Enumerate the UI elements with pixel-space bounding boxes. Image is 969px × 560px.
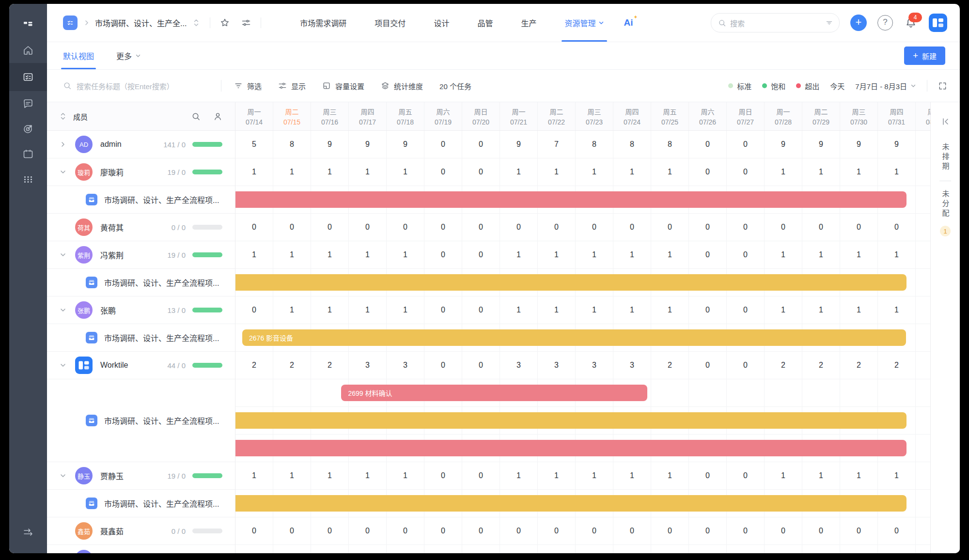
gantt-bar-2699 材料确认[interactable]: 2699 材料确认 [341, 385, 647, 401]
capacity-cell[interactable]: 1 [802, 158, 840, 186]
capacity-cell[interactable] [840, 379, 878, 406]
capacity-cell[interactable]: 0 [462, 158, 500, 186]
capacity-cell[interactable]: 1 [349, 462, 387, 489]
date-range-picker[interactable]: 7月7日 - 8月3日 [855, 81, 916, 91]
capacity-cell[interactable]: 5 [235, 131, 273, 158]
capacity-cell[interactable]: 0 [500, 517, 538, 544]
capacity-cell[interactable]: 1 [500, 241, 538, 268]
member-row-张鹏[interactable]: 张鹏张鹏13 / 0 [47, 296, 235, 324]
capacity-cell[interactable]: 1 [538, 462, 576, 489]
sidebar-item-apps[interactable] [9, 167, 47, 192]
capacity-cell[interactable]: 1 [273, 158, 311, 186]
star-favorite-icon[interactable] [220, 18, 230, 28]
more-views-button[interactable]: 更多 [116, 50, 141, 62]
capacity-cell[interactable]: 1 [576, 462, 613, 489]
capacity-cell[interactable]: 0 [651, 214, 689, 241]
gantt-bar[interactable] [235, 412, 906, 429]
chevron-down-icon[interactable] [60, 362, 68, 369]
capacity-cell[interactable]: 1 [235, 462, 273, 489]
capacity-cell[interactable]: 0 [576, 517, 613, 544]
capacity-cell[interactable]: 1 [349, 158, 387, 186]
capacity-cell[interactable]: 1 [387, 158, 424, 186]
capacity-cell[interactable] [500, 545, 538, 553]
capacity-cell[interactable]: 0 [349, 517, 387, 544]
global-search-input[interactable]: 搜索 [711, 13, 840, 32]
tab-品管[interactable]: 品管 [477, 4, 493, 42]
capacity-cell[interactable]: 0 [424, 517, 462, 544]
capacity-cell[interactable]: 9 [387, 131, 424, 158]
fullscreen-icon[interactable] [938, 81, 947, 91]
chevron-down-icon[interactable] [60, 472, 68, 479]
capacity-cell[interactable]: 0 [727, 214, 765, 241]
capacity-cell[interactable]: 0 [916, 517, 930, 544]
capacity-cell[interactable]: 0 [651, 517, 689, 544]
capacity-cell[interactable]: 1 [878, 296, 916, 324]
gantt-bar[interactable] [235, 191, 906, 208]
capacity-cell[interactable]: 0 [802, 517, 840, 544]
capacity-cell[interactable] [387, 545, 424, 553]
capacity-cell[interactable] [916, 186, 930, 213]
project-row[interactable]: 市场调研、设计、生产全流程项... [47, 490, 235, 517]
notifications-button[interactable]: 4 [905, 16, 917, 29]
collapse-rail-icon[interactable] [940, 117, 950, 126]
capacity-cell[interactable] [916, 379, 930, 406]
capacity-cell[interactable]: 1 [802, 462, 840, 489]
capacity-cell[interactable]: 0 [802, 214, 840, 241]
capacity-cell[interactable]: 2 [802, 352, 840, 379]
capacity-cell[interactable]: 0 [727, 352, 765, 379]
search-filter-icon[interactable] [825, 19, 833, 27]
workspace-logo[interactable] [929, 14, 947, 32]
capacity-cell[interactable]: 0 [916, 131, 930, 158]
capacity-cell[interactable]: 0 [916, 158, 930, 186]
capacity-cell[interactable]: 0 [727, 241, 765, 268]
capacity-cell[interactable]: 1 [500, 158, 538, 186]
capacity-cell[interactable]: 1 [651, 241, 689, 268]
capacity-cell[interactable]: 1 [765, 158, 802, 186]
member-search-icon[interactable] [191, 112, 201, 121]
chevron-right-icon[interactable] [60, 141, 68, 148]
capacity-cell[interactable]: 0 [311, 517, 349, 544]
capacity-cell[interactable]: 1 [613, 241, 651, 268]
capacity-cell[interactable] [235, 379, 273, 406]
capacity-cell[interactable]: 0 [916, 296, 930, 324]
capacity-cell[interactable]: 1 [311, 296, 349, 324]
capacity-cell[interactable] [878, 545, 916, 553]
capacity-cell[interactable]: 0 [727, 517, 765, 544]
chevron-down-icon[interactable] [60, 251, 68, 258]
project-row[interactable]: 市场调研、设计、生产全流程项... [47, 324, 235, 352]
capacity-cell[interactable]: 1 [500, 296, 538, 324]
capacity-cell[interactable]: 1 [576, 241, 613, 268]
capacity-cell[interactable] [916, 545, 930, 553]
capacity-cell[interactable]: 0 [387, 214, 424, 241]
capacity-cell[interactable]: 1 [538, 158, 576, 186]
toolbar-action-容量设置[interactable]: 容量设置 [322, 81, 364, 91]
capacity-cell[interactable]: 0 [462, 241, 500, 268]
capacity-cell[interactable]: 1 [311, 241, 349, 268]
capacity-cell[interactable]: 3 [500, 352, 538, 379]
capacity-cell[interactable]: 9 [349, 131, 387, 158]
sidebar-item-projects[interactable] [9, 63, 47, 91]
capacity-cell[interactable]: 0 [462, 296, 500, 324]
capacity-cell[interactable] [538, 545, 576, 553]
task-search-input[interactable]: 搜索任务标题（按Enter搜索） [63, 81, 208, 91]
tab-项目交付[interactable]: 项目交付 [375, 4, 406, 42]
capacity-cell[interactable]: 1 [273, 296, 311, 324]
capacity-cell[interactable]: 1 [387, 296, 424, 324]
capacity-cell[interactable] [235, 545, 273, 553]
capacity-cell[interactable] [651, 545, 689, 553]
capacity-cell[interactable] [689, 379, 727, 406]
capacity-cell[interactable]: 0 [424, 296, 462, 324]
capacity-cell[interactable]: 0 [727, 131, 765, 158]
capacity-cell[interactable]: 1 [651, 158, 689, 186]
project-row[interactable]: 市场调研、设计、生产全流程项... [47, 379, 235, 462]
capacity-cell[interactable]: 1 [387, 241, 424, 268]
capacity-cell[interactable]: 0 [878, 214, 916, 241]
capacity-cell[interactable]: 0 [765, 517, 802, 544]
capacity-cell[interactable]: 1 [878, 462, 916, 489]
capacity-cell[interactable]: 0 [387, 517, 424, 544]
member-row-贾静玉[interactable]: 静玉贾静玉19 / 0 [47, 462, 235, 490]
capacity-cell[interactable]: 9 [765, 131, 802, 158]
capacity-cell[interactable]: 0 [424, 462, 462, 489]
capacity-cell[interactable] [576, 545, 613, 553]
capacity-cell[interactable]: 0 [689, 352, 727, 379]
